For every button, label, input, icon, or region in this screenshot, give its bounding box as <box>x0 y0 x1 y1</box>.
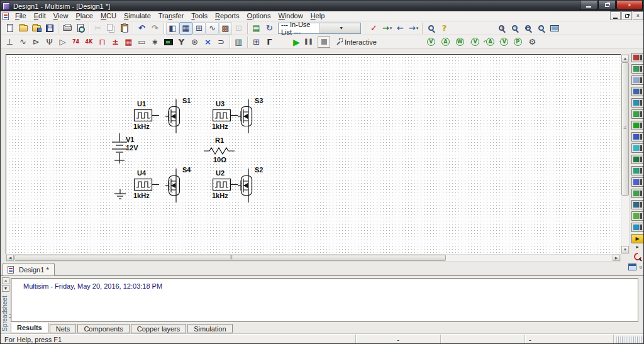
menu-window[interactable]: Window <box>274 11 306 21</box>
spreadsheet-tab-simulation[interactable]: Simulation <box>187 324 232 333</box>
voltage-probe-icon[interactable]: V <box>425 36 438 48</box>
place-connector-icon[interactable]: ⊃ <box>214 36 228 48</box>
erc-check-icon[interactable]: ✓ <box>367 22 380 35</box>
multimeter-icon[interactable] <box>631 53 644 62</box>
power-probe-icon[interactable]: W <box>453 36 467 48</box>
new-file-icon[interactable] <box>3 22 16 35</box>
menu-place[interactable]: Place <box>72 11 97 21</box>
run-button[interactable]: ▶ <box>290 36 303 48</box>
labview-instruments-icon[interactable]: ▶ <box>631 234 644 243</box>
in-use-list-combo[interactable]: --- In-Use List --- ▼ <box>278 23 361 34</box>
agilent-oscilloscope-icon[interactable] <box>631 223 644 232</box>
postprocessor-icon[interactable]: ▩ <box>219 22 232 35</box>
redo-icon[interactable]: ↷ <box>148 22 162 35</box>
export-ultiboard-icon[interactable]: → <box>380 22 394 35</box>
open-file-icon[interactable] <box>16 22 30 35</box>
help-icon[interactable]: ? <box>438 22 451 35</box>
print-preview-icon[interactable] <box>74 22 87 35</box>
menu-edit[interactable]: Edit <box>30 11 50 21</box>
restore-button[interactable] <box>598 1 616 10</box>
spreadsheet-view-icon[interactable]: ▦ <box>179 22 192 35</box>
place-diode-icon[interactable]: ⊳ <box>30 36 43 48</box>
horizontal-scrollbar[interactable]: ◀ ▶ <box>6 254 621 262</box>
grapher-icon[interactable]: ∿ <box>206 22 219 35</box>
chevron-down-icon[interactable]: ▼ <box>319 23 361 33</box>
menu-file[interactable]: File <box>11 11 30 21</box>
hierarchical-block-icon[interactable]: ⊞ <box>250 36 263 48</box>
spreadsheet-tab-components[interactable]: Components <box>77 324 129 333</box>
menu-options[interactable]: Options <box>243 11 275 21</box>
spreadsheet-tab-nets[interactable]: Nets <box>50 324 77 333</box>
menu-simulate[interactable]: Simulate <box>120 11 155 21</box>
frequency-counter-icon[interactable] <box>631 121 644 130</box>
spreadsheet-tab-results[interactable]: Results <box>11 323 48 333</box>
scroll-up-icon[interactable]: ▲ <box>621 55 629 62</box>
generic-probe-icon[interactable]: P <box>511 36 525 48</box>
close-button[interactable]: × <box>616 1 643 10</box>
iv-analyzer-icon[interactable] <box>631 166 644 175</box>
scroll-right-icon[interactable]: ▶ <box>613 255 620 261</box>
wattmeter-icon[interactable] <box>631 75 644 85</box>
mdi-close-button[interactable]: × <box>633 11 643 20</box>
paste-icon[interactable] <box>118 22 131 35</box>
current-clamp-icon[interactable] <box>633 252 642 262</box>
database-merge-icon[interactable]: ↻ <box>263 22 276 35</box>
undo-icon[interactable]: ↶ <box>135 22 148 35</box>
place-power-icon[interactable]: ▭ <box>135 36 148 48</box>
open-sample-icon[interactable] <box>30 22 43 35</box>
forward-annotate-icon[interactable]: → <box>407 22 420 35</box>
menu-tools[interactable]: Tools <box>187 11 211 21</box>
place-mcu-icon[interactable]: ▥ <box>232 36 245 48</box>
place-source-icon[interactable]: ⊥ <box>3 36 16 48</box>
mdi-restore-button[interactable] <box>621 11 632 20</box>
design-toolbox-icon[interactable]: ◧ <box>166 22 179 35</box>
vertical-scroll-thumb[interactable] <box>621 62 629 196</box>
place-advanced-peripherals-icon[interactable] <box>162 36 175 48</box>
menu-help[interactable]: Help <box>307 11 329 21</box>
document-icon[interactable] <box>3 13 9 20</box>
place-ttl-icon[interactable]: 74 <box>69 36 82 48</box>
zoom-out-icon[interactable] <box>508 22 521 35</box>
spreadsheet-close-button[interactable]: × <box>2 277 9 284</box>
oscilloscope-icon[interactable] <box>631 87 644 96</box>
print-icon[interactable] <box>60 22 74 35</box>
scroll-down-icon[interactable]: ▼ <box>621 246 629 253</box>
find-icon[interactable] <box>425 22 438 35</box>
save-icon[interactable] <box>43 22 56 35</box>
place-cmos-icon[interactable]: 4K <box>82 36 96 48</box>
bode-plotter-icon[interactable] <box>631 109 644 119</box>
menu-transfer[interactable]: Transfer <box>155 11 188 21</box>
place-misc-digital-icon[interactable]: ⊓ <box>96 36 109 48</box>
interactive-button[interactable]: Interactive <box>331 36 380 48</box>
four-channel-oscilloscope-icon[interactable] <box>631 98 644 108</box>
database-manager-icon[interactable]: ⊞ <box>192 22 206 35</box>
probe-settings-icon[interactable]: ⚙ <box>526 36 539 48</box>
word-generator-icon[interactable] <box>631 132 644 141</box>
instruments-expand-icon[interactable]: ▸ <box>636 245 638 250</box>
component-wizard-icon[interactable]: ▤ <box>250 22 263 35</box>
agilent-function-generator-icon[interactable] <box>631 211 644 221</box>
logic-converter-icon[interactable] <box>631 143 644 153</box>
distortion-analyzer-icon[interactable] <box>631 177 644 187</box>
function-generator-icon[interactable] <box>631 64 644 74</box>
back-annotate-icon[interactable]: ← <box>394 22 407 35</box>
current-probe-icon[interactable]: A <box>439 36 452 48</box>
tab-design1[interactable]: Design1 * <box>3 263 55 275</box>
toolbar-overflow-chevron-icon[interactable]: » <box>637 265 643 269</box>
place-indicator-icon[interactable]: ▦ <box>122 36 135 48</box>
place-analog-icon[interactable]: ▷ <box>56 36 69 48</box>
place-rf-icon[interactable]: Y <box>175 36 188 48</box>
stop-button[interactable] <box>318 36 330 48</box>
spreadsheet-collapse-button[interactable]: ▾ <box>2 285 9 292</box>
place-ni-icon[interactable]: × <box>201 36 214 48</box>
schematic-canvas[interactable]: U1 1kHz S1 <box>6 54 621 254</box>
menu-view[interactable]: View <box>50 11 72 21</box>
place-bus-icon[interactable]: Γ <box>263 36 276 48</box>
logic-analyzer-icon[interactable] <box>631 155 644 164</box>
network-analyzer-icon[interactable] <box>631 200 644 209</box>
place-mixed-icon[interactable]: ± <box>109 36 122 48</box>
minimize-button[interactable] <box>580 1 597 10</box>
spreadsheet-window-icon[interactable] <box>628 264 636 270</box>
place-basic-icon[interactable]: ∿ <box>16 36 30 48</box>
place-misc-icon[interactable]: ∗ <box>148 36 162 48</box>
